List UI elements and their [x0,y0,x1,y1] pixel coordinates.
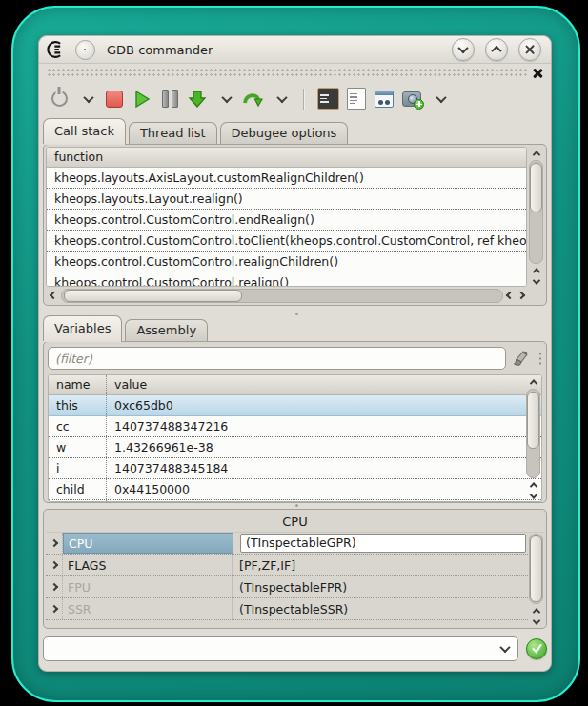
variable-row[interactable]: cc140737488347216 [49,416,541,437]
scrollbar-thumb[interactable] [527,392,539,449]
cpu-vertical-scrollbar[interactable] [528,533,544,627]
scroll-up-button[interactable] [529,605,543,615]
expand-button[interactable] [46,555,63,575]
clear-filter-brush-icon[interactable] [512,349,531,368]
register-value-editor[interactable]: (TInspectableGPR) [240,534,526,553]
run-button[interactable] [132,87,152,111]
scrollbar-thumb[interactable] [530,163,542,212]
cpu-register-row[interactable]: FLAGS[PF,ZF,IF] [46,555,528,576]
watch-window-icon [375,91,394,108]
variable-name: h [49,500,107,502]
scrollbar-thumb[interactable] [530,535,542,602]
scrollbar-track[interactable] [529,160,543,264]
tab-debugee-options[interactable]: Debugee options [220,122,349,144]
cpu-register-row[interactable]: FPU(TInspectableFPR) [46,576,528,598]
variables-table-header[interactable]: name value [49,375,541,395]
tab-variables[interactable]: Variables [43,315,122,341]
scroll-down-button[interactable] [529,276,543,287]
step-into-dropdown[interactable] [214,87,235,111]
variable-row[interactable]: w1.43266961e-38 [49,437,541,458]
plus-badge-icon [414,99,424,110]
tab-assembly[interactable]: Assembly [125,319,208,341]
memory-view-button[interactable] [317,87,339,111]
variable-row[interactable]: child0x44150000 [49,479,541,500]
step-over-button[interactable] [242,87,263,111]
callstack-column-header[interactable]: function [47,148,526,168]
power-button[interactable] [49,87,70,111]
scroll-right-button[interactable] [516,290,527,302]
power-icon [51,91,68,107]
expand-button[interactable] [46,598,63,619]
variable-row[interactable]: h1.43266961e-38 [49,500,541,502]
scroll-down-button[interactable] [526,491,540,501]
scroll-up-button[interactable] [526,375,540,388]
close-icon [525,45,535,54]
scroll-up-button[interactable] [529,147,543,159]
callstack-row[interactable]: kheops.layouts.AxisLayout.customRealignC… [47,168,526,189]
variables-vertical-scrollbar[interactable] [525,375,541,501]
variable-row[interactable]: i140737488345184 [49,458,541,479]
column-header-value[interactable]: value [107,375,147,394]
callstack-row[interactable]: kheops.control.CustomControl.realignChil… [47,252,526,272]
cpu-register-row[interactable]: SSR(TInspectableSSR) [46,598,528,620]
step-over-dropdown[interactable] [270,87,291,111]
callstack-row[interactable]: kheops.control.CustomControl.endRealign(… [47,210,526,231]
scrollbar-track[interactable] [529,534,543,604]
titlebar[interactable]: GDB commander [39,36,551,64]
add-snapshot-dropdown[interactable] [429,87,450,111]
tab-thread-list[interactable]: Thread list [129,122,217,144]
callstack-row[interactable]: kheops.control.CustomControl.toClient(kh… [47,231,526,252]
callstack-row[interactable]: kheops.layouts.Layout.realign() [47,189,526,210]
scroll-up-button[interactable] [529,265,543,275]
tab-call-stack[interactable]: Call stack [43,118,126,144]
titlebar-stay-on-top-button[interactable] [75,40,95,60]
cpu-panel: CPU CPU(TInspectableGPR)FLAGS[PF,ZF,IF]F… [43,509,547,629]
scroll-up-button[interactable] [526,479,540,490]
register-name: FPU [63,576,233,597]
variable-value: 140737488345184 [107,458,228,478]
scrollbar-track[interactable] [526,389,540,478]
shade-button[interactable] [452,38,475,61]
execute-command-button[interactable] [526,638,547,659]
chevron-up-icon [532,608,539,615]
dock-grip-texture[interactable] [47,68,528,78]
window-frame: GDB commander [11,6,580,702]
scrollbar-track[interactable] [61,289,503,303]
expand-button[interactable] [46,576,63,597]
cpu-register-row[interactable]: CPU(TInspectableGPR) [46,533,528,555]
chevron-left-icon [49,292,56,299]
window-title: GDB commander [107,43,213,57]
unshade-button[interactable] [485,38,508,61]
scroll-down-button[interactable] [529,616,543,627]
callstack-vertical-scrollbar[interactable] [528,147,544,287]
gdb-command-combobox[interactable] [43,636,518,661]
splitter-handle[interactable] [295,504,298,507]
power-dropdown[interactable] [76,87,97,111]
callstack-horizontal-scrollbar[interactable] [46,288,527,303]
stop-button[interactable] [104,87,125,111]
add-snapshot-button[interactable] [401,87,422,111]
size-grip-dots[interactable] [538,352,542,365]
gdb-commander-window: GDB commander [38,35,552,672]
variable-value: 140737488347216 [107,416,228,436]
variable-row[interactable]: this0xc65db0 [49,395,541,416]
variables-panel: name value this0xc65db0cc140737488347216… [43,341,547,503]
filter-input[interactable] [48,347,506,370]
callstack-row[interactable]: kheops.control.CustomControl.realign() [47,272,526,287]
pause-button[interactable] [159,87,180,111]
scroll-left-button[interactable] [46,290,60,302]
scroll-left-button[interactable] [504,290,516,302]
chevron-down-icon [499,642,510,653]
step-into-button[interactable] [187,87,208,111]
dock-grip-bar[interactable] [43,65,547,81]
dock-close-icon[interactable] [532,68,543,79]
splitter-handle[interactable] [295,313,298,315]
watch-window-button[interactable] [374,87,395,111]
expand-button[interactable] [46,533,63,554]
scrollbar-thumb[interactable] [64,290,242,302]
column-header-name[interactable]: name [49,375,107,394]
chevron-down-icon [276,91,287,102]
close-button[interactable] [518,38,541,61]
register-value: [PF,ZF,IF] [233,555,528,575]
debug-log-button[interactable] [346,87,367,111]
